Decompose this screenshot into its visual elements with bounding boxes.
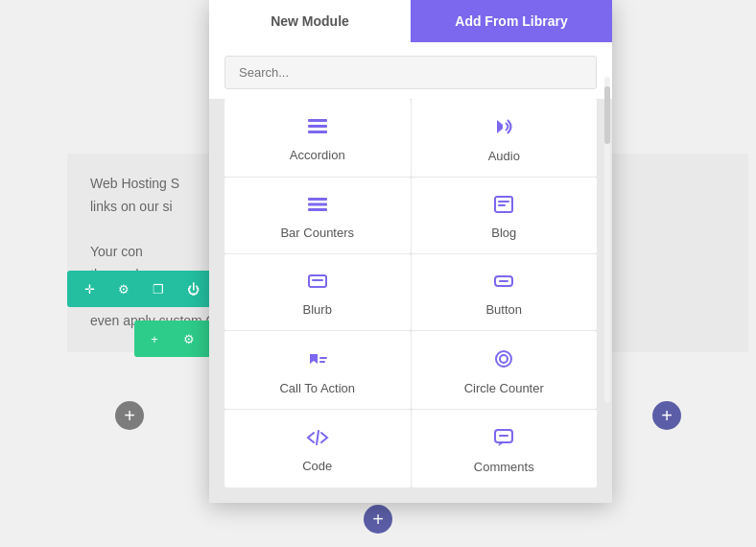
code-icon	[306, 428, 329, 451]
svg-rect-20	[499, 435, 508, 437]
svg-rect-14	[319, 357, 327, 359]
svg-rect-13	[499, 280, 508, 282]
module-item-circle-counter[interactable]: Circle Counter	[412, 331, 598, 409]
module-item-comments[interactable]: Comments	[412, 410, 598, 488]
module-item-blurb[interactable]: Blurb	[224, 254, 411, 330]
svg-rect-11	[312, 279, 323, 281]
modal-tab-bar: New Module Add From Library	[209, 0, 612, 42]
tab-add-from-library[interactable]: Add From Library	[411, 0, 612, 42]
clone-icon[interactable]: ❐	[144, 274, 173, 303]
modal-scrollbar-thumb[interactable]	[604, 86, 610, 144]
module-item-bar-counters[interactable]: Bar Counters	[224, 178, 411, 253]
comments-label: Comments	[474, 460, 534, 474]
circle-counter-icon	[493, 348, 514, 373]
tab-new-module[interactable]: New Module	[209, 0, 411, 42]
blurb-icon	[307, 272, 328, 295]
circle-counter-label: Circle Counter	[464, 381, 544, 395]
bar-counters-label: Bar Counters	[280, 226, 354, 240]
module-item-accordion[interactable]: Accordion	[224, 99, 411, 177]
plus-button-right[interactable]: +	[652, 401, 681, 430]
new-module-modal: New Module Add From Library Accordion	[209, 0, 612, 503]
button-icon	[493, 272, 514, 295]
code-label: Code	[302, 459, 332, 473]
module-search-input[interactable]	[224, 56, 597, 89]
blog-label: Blog	[491, 226, 516, 240]
svg-rect-9	[498, 204, 506, 206]
svg-rect-2	[308, 131, 327, 133]
module-item-blog[interactable]: Blog	[412, 178, 598, 253]
svg-rect-15	[319, 361, 325, 363]
settings-icon[interactable]: ⚙	[109, 274, 138, 303]
svg-rect-0	[308, 119, 327, 122]
blurb-label: Blurb	[303, 302, 332, 317]
plus-button-bottom[interactable]: +	[364, 505, 392, 534]
accordion-icon	[306, 117, 329, 140]
module-item-call-to-action[interactable]: Call To Action	[224, 331, 411, 409]
settings2-icon[interactable]: ⚙	[175, 324, 203, 353]
svg-point-17	[500, 355, 508, 363]
button-label: Button	[485, 302, 522, 317]
modal-scrollbar[interactable]	[604, 77, 610, 403]
audio-icon	[493, 116, 514, 141]
svg-rect-6	[308, 208, 327, 211]
module-item-button[interactable]: Button	[412, 254, 598, 330]
svg-rect-5	[308, 203, 327, 206]
move-icon[interactable]: ✛	[75, 274, 104, 303]
svg-line-18	[317, 431, 319, 444]
svg-rect-4	[308, 198, 327, 201]
module-item-audio[interactable]: Audio	[412, 99, 598, 177]
svg-rect-8	[498, 201, 509, 202]
comments-icon	[493, 427, 514, 452]
call-to-action-icon	[306, 348, 329, 373]
plus-button-left[interactable]: +	[115, 401, 144, 430]
blog-icon	[493, 195, 514, 218]
svg-rect-1	[308, 125, 327, 128]
svg-point-16	[496, 351, 511, 367]
svg-marker-3	[497, 120, 503, 133]
add-icon[interactable]: +	[140, 324, 169, 353]
bar-counters-icon	[306, 195, 329, 218]
module-grid: Accordion Audio Bar Counters	[209, 99, 612, 503]
audio-label: Audio	[488, 149, 520, 163]
module-item-code[interactable]: Code	[224, 410, 411, 488]
accordion-label: Accordion	[290, 148, 345, 162]
module-search-container	[209, 42, 612, 99]
call-to-action-label: Call To Action	[279, 381, 355, 395]
toggle-icon[interactable]: ⏻	[178, 274, 207, 303]
